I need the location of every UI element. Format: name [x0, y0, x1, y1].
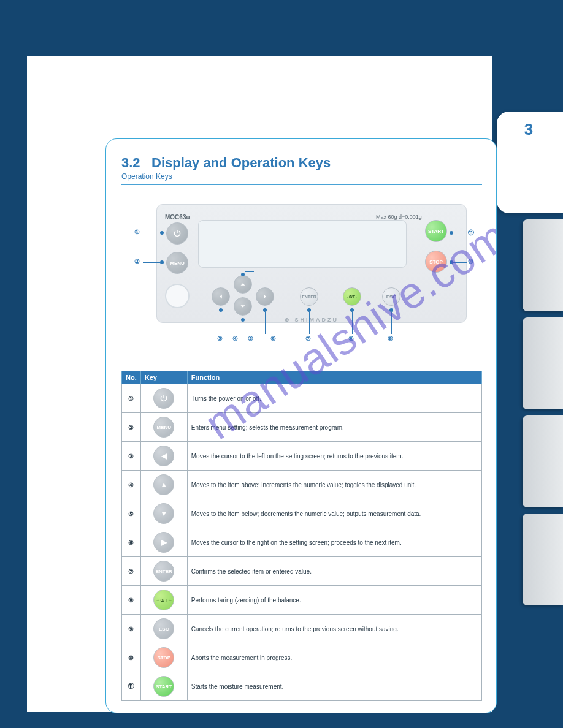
row-key: START [140, 672, 187, 701]
lead-line-10 [453, 262, 467, 263]
row-fn: Moves to the item below; decrements the … [187, 499, 481, 528]
up-button[interactable] [234, 275, 252, 294]
row-key: ▼ [140, 499, 187, 528]
row-key: ENTER [140, 557, 187, 586]
lead-label-6: ⑥ [270, 335, 276, 342]
table-row: ⑧→0/T←Performs taring (zeroing) of the b… [122, 586, 482, 615]
lead-line-8 [352, 312, 353, 334]
chevron-right-icon [261, 292, 269, 301]
lead-label-7: ⑦ [305, 335, 311, 342]
row-key [140, 384, 187, 413]
esc-button[interactable]: ESC [382, 287, 400, 306]
lead-label-11: ⑪ [468, 229, 474, 237]
row-num: ⑧ [122, 586, 141, 615]
lead-line-2 [143, 262, 160, 263]
row-num: ⑪ [122, 672, 141, 701]
table-row: ④▲Moves to the item above; increments th… [122, 471, 482, 499]
side-tab-num: 3 [524, 120, 533, 139]
lead-line-9 [391, 312, 392, 334]
section-title: Display and Operation Keys [151, 155, 331, 170]
lead-dot-2 [160, 260, 164, 264]
side-tab-7[interactable] [523, 514, 563, 605]
row-fn: Turns the power on or off. [187, 384, 481, 413]
row-num: ④ [122, 471, 141, 499]
brand-label: ⊕ SHIMADZU [156, 317, 467, 323]
section-header: 3.2 Display and Operation Keys Operation… [121, 155, 482, 185]
row-num: ① [122, 384, 141, 413]
row-key: ▲ [140, 471, 187, 499]
model-label: MOC63u [165, 214, 190, 221]
key-esc-icon: ESC [153, 618, 174, 639]
lead-dot-4 [241, 273, 245, 276]
col-no: No. [122, 371, 141, 384]
lead-label-4: ④ [232, 335, 238, 342]
side-tab-4[interactable] [523, 219, 563, 311]
side-tab-6[interactable] [523, 415, 563, 507]
key-menu-icon: MENU [153, 417, 174, 438]
row-fn: Moves to the item above; increments the … [187, 471, 481, 499]
right-button[interactable] [256, 287, 274, 306]
table-row: ⑥▶Moves the cursor to the right on the s… [122, 528, 482, 557]
key-up-icon: ▲ [153, 474, 174, 495]
power-icon [173, 229, 182, 238]
side-tab-active[interactable]: 3 [497, 112, 563, 213]
row-key: ESC [140, 615, 187, 643]
row-num: ⑩ [122, 643, 141, 672]
lead-label-1: ① [134, 229, 140, 235]
lead-label-5: ⑤ [248, 335, 253, 342]
lead-label-8: ⑧ [348, 335, 354, 342]
table-row: ①Turns the power on or off. [122, 384, 482, 413]
section-subtitle: Operation Keys [121, 172, 482, 181]
lead-line-5 [243, 322, 243, 334]
key-right-icon: ▶ [153, 532, 174, 553]
lead-label-2: ② [134, 258, 140, 265]
blank-disc [165, 284, 190, 308]
lead-line-3 [221, 312, 221, 334]
lead-label-3: ③ [217, 335, 223, 342]
power-button[interactable] [166, 222, 188, 245]
row-num: ② [122, 413, 141, 442]
chevron-up-icon [239, 280, 247, 289]
row-num: ③ [122, 442, 141, 471]
row-fn: Cancels the current operation; returns t… [187, 615, 481, 643]
table-row: ③◀Moves the cursor to the left on the se… [122, 442, 482, 471]
row-fn: Aborts the measurement in progress. [187, 643, 481, 672]
row-num: ⑥ [122, 528, 141, 557]
row-key: →0/T← [140, 586, 187, 615]
row-fn: Moves the cursor to the right on the set… [187, 528, 481, 557]
menu-button[interactable]: MENU [166, 252, 188, 274]
col-fn: Function [187, 371, 481, 384]
lead-line-6 [265, 312, 266, 334]
key-down-icon: ▼ [153, 503, 174, 524]
key-stop-icon: STOP [153, 647, 174, 668]
start-button[interactable]: START [425, 220, 447, 242]
row-fn: Enters menu setting; selects the measure… [187, 413, 481, 442]
key-function-table: No. Key Function ①Turns the power on or … [121, 371, 482, 701]
enter-button[interactable]: ENTER [300, 287, 318, 306]
key-left-icon: ◀ [153, 446, 174, 466]
chevron-down-icon [239, 302, 247, 311]
row-key: ◀ [140, 442, 187, 471]
row-key: STOP [140, 643, 187, 672]
row-key: ▶ [140, 528, 187, 557]
down-button[interactable] [234, 297, 252, 316]
left-button[interactable] [212, 287, 230, 306]
spec-label: Max 60g d=0.001g [376, 214, 422, 220]
lead-label-10: ⑩ [468, 258, 473, 265]
section-num: 3.2 [121, 155, 140, 170]
page-sheet: 17 3 B EFORE M EASUREMENT 3.2 Display an… [27, 56, 492, 712]
row-fn: Performs taring (zeroing) of the balance… [187, 586, 481, 615]
row-key: MENU [140, 413, 187, 442]
lead-line-1 [143, 233, 160, 233]
lead-dot-1 [160, 231, 164, 235]
key-start-icon: START [153, 676, 174, 697]
lead-label-9: ⑨ [388, 335, 393, 342]
lcd-display [198, 220, 407, 268]
tare-button[interactable]: →0/T← [343, 287, 361, 306]
key-enter-icon: ENTER [153, 561, 174, 582]
table-row: ②MENUEnters menu setting; selects the me… [122, 413, 482, 442]
stop-button[interactable]: STOP [425, 251, 447, 273]
table-row: ⑦ENTERConfirms the selected item or ente… [122, 557, 482, 586]
side-tab-5[interactable] [523, 317, 563, 409]
row-num: ⑨ [122, 615, 141, 643]
